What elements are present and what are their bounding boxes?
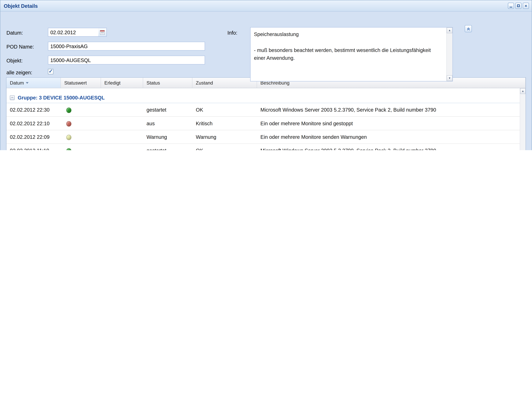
close-button[interactable]: ×: [523, 3, 529, 9]
cell-beschreibung: Microsoft Windows Server 2003 5.2.3790, …: [257, 107, 520, 113]
double-chevron-up-icon: [466, 26, 471, 31]
cell-status: aus: [143, 120, 192, 126]
objekt-input[interactable]: [48, 56, 205, 64]
group-title: Gruppe: 3 DEVICE 15000-AUGESQL: [18, 95, 105, 100]
cell-zustand: Kritisch: [192, 120, 257, 126]
column-header-label: Statuswert: [64, 78, 87, 88]
events-grid: DatumStatuswertErledigtStatusZustandBesc…: [6, 77, 526, 150]
close-icon: ×: [525, 4, 527, 8]
cell-beschreibung: Microsoft Windows Server 2003 5.2.3790, …: [257, 148, 520, 150]
info-scroll-down-button[interactable]: ▼: [447, 75, 452, 81]
vertical-scrollbar: ▲ ▼: [520, 88, 526, 150]
status-dot-critical: [66, 121, 71, 126]
info-textarea[interactable]: Speicherauslastung - muß besonders beach…: [250, 27, 453, 81]
cell-statuswert: [61, 107, 101, 113]
scroll-up-button[interactable]: ▲: [520, 88, 526, 94]
column-header-label: Zustand: [196, 78, 213, 88]
info-scroll-up-button[interactable]: ▲: [447, 27, 452, 33]
window-controls: ×: [508, 3, 529, 9]
datum-label: Datum:: [6, 30, 23, 36]
column-header-status[interactable]: Status: [143, 78, 192, 88]
column-header-label: Status: [146, 78, 160, 88]
cell-status: gestartet: [143, 148, 192, 150]
objekt-label: Objekt:: [6, 58, 23, 63]
table-row[interactable]: 02.02.2012 22:09WarnungWarnungEin oder m…: [6, 130, 520, 144]
table-row[interactable]: 02.02.2012 11:19gestartetOKMicrosoft Win…: [6, 144, 520, 150]
cell-zustand: Warnung: [192, 134, 257, 140]
minimize-icon: [510, 7, 512, 7]
column-header-label: Datum: [10, 78, 24, 88]
cell-status: Warnung: [143, 134, 192, 140]
group-header[interactable]: −Gruppe: 3 DEVICE 15000-AUGESQL: [6, 92, 520, 103]
cell-datum: 02.02.2012 22:09: [6, 134, 61, 140]
minimize-button[interactable]: [508, 3, 514, 9]
info-label: Info:: [227, 30, 237, 36]
details-form: Datum: POD Name: Objekt: alle zeigen: In…: [0, 12, 532, 77]
cell-datum: 02.02.2012 22:10: [6, 120, 61, 126]
date-picker-button[interactable]: [98, 28, 107, 37]
column-header-statuswert[interactable]: Statuswert: [61, 78, 101, 88]
table-row[interactable]: 02.02.2012 22:30gestartetOKMicrosoft Win…: [6, 103, 520, 117]
cell-datum: 02.02.2012 11:19: [6, 148, 61, 150]
calendar-icon: [100, 30, 105, 35]
collapse-panel-button[interactable]: [465, 25, 472, 32]
datum-input[interactable]: [48, 28, 99, 37]
cell-statuswert: [61, 120, 101, 126]
cell-statuswert: [61, 148, 101, 150]
table-row[interactable]: 02.02.2012 22:10ausKritischEin oder mehr…: [6, 117, 520, 130]
cell-status: gestartet: [143, 107, 192, 113]
maximize-icon: [517, 5, 520, 7]
vertical-scroll-track: [520, 94, 526, 150]
alle-zeigen-checkbox[interactable]: [48, 69, 53, 74]
cell-zustand: OK: [192, 107, 257, 113]
column-header-datum[interactable]: Datum: [6, 78, 61, 88]
pod-name-label: POD Name:: [6, 44, 34, 50]
status-dot-ok: [66, 107, 71, 113]
maximize-button[interactable]: [515, 3, 521, 9]
objekt-details-window: Objekt Details × Datum: POD Name: Objekt…: [0, 0, 532, 150]
alle-zeigen-label: alle zeigen:: [6, 70, 32, 75]
pod-name-input[interactable]: [48, 42, 205, 50]
cell-zustand: OK: [192, 148, 257, 150]
status-dot-warning: [66, 135, 71, 140]
column-header-zustand[interactable]: Zustand: [192, 78, 257, 88]
status-dot-ok: [66, 148, 71, 150]
cell-statuswert: [61, 134, 101, 140]
sort-desc-icon: [26, 82, 29, 84]
info-scrollbar: ▲ ▼: [446, 27, 452, 81]
cell-beschreibung: Ein oder mehrere Monitore sind gestoppt: [257, 120, 520, 126]
column-header-label: Erledigt: [104, 78, 120, 88]
grid-body-wrap: −Gruppe: 3 DEVICE 15000-AUGESQL02.02.201…: [6, 88, 526, 150]
window-title: Objekt Details: [4, 3, 38, 9]
grid-body: −Gruppe: 3 DEVICE 15000-AUGESQL02.02.201…: [6, 88, 520, 150]
cell-beschreibung: Ein oder mehrere Monitore senden Warnung…: [257, 134, 520, 140]
group-collapse-icon[interactable]: −: [10, 95, 15, 100]
window-titlebar: Objekt Details ×: [0, 0, 532, 12]
cell-datum: 02.02.2012 22:30: [6, 107, 61, 113]
column-header-erledigt[interactable]: Erledigt: [101, 78, 143, 88]
